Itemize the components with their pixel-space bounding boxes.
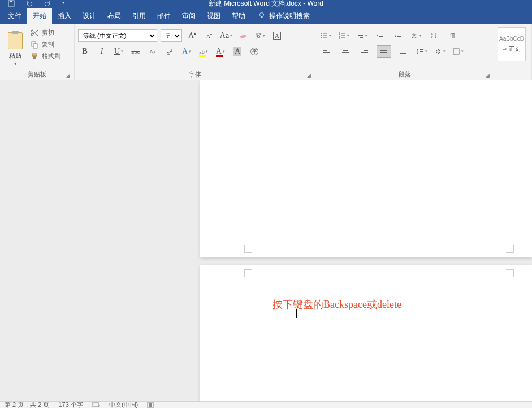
svg-rect-52 — [380, 54, 387, 54]
tab-view[interactable]: 视图 — [201, 8, 226, 24]
cut-button[interactable]: 剪切 — [31, 28, 60, 37]
font-group-label: 字体 — [75, 70, 315, 79]
svg-rect-57 — [420, 51, 423, 52]
align-justify-button[interactable] — [377, 45, 391, 58]
paste-button[interactable]: 粘贴 ▾ — [3, 26, 27, 70]
page-margin-corner — [506, 245, 514, 253]
grow-font-button[interactable]: A▴ — [185, 29, 199, 42]
text-cursor — [296, 309, 297, 318]
pilcrow-icon — [448, 32, 456, 40]
strikethrough-button[interactable]: abc — [129, 45, 142, 58]
bullets-button[interactable] — [319, 29, 332, 42]
svg-rect-7 — [33, 44, 37, 48]
svg-rect-38 — [323, 50, 327, 51]
paragraph-launcher-icon[interactable]: ◢ — [486, 72, 491, 78]
svg-rect-47 — [361, 52, 368, 53]
align-center-icon — [341, 48, 349, 55]
character-shading-button[interactable]: A — [231, 45, 244, 58]
quick-access-toolbar: ▾ — [0, 0, 64, 8]
svg-rect-63 — [149, 403, 152, 407]
change-case-button[interactable]: Aa — [219, 29, 233, 42]
font-name-select[interactable]: 等线 (中文正文) — [78, 29, 157, 42]
svg-point-13 — [321, 35, 322, 36]
qat-customize-icon[interactable]: ▾ — [62, 0, 64, 8]
align-left-button[interactable] — [319, 45, 334, 58]
clipboard-launcher-icon[interactable]: ◢ — [66, 72, 72, 78]
save-icon[interactable] — [8, 0, 15, 8]
word-count[interactable]: 173 个字 — [58, 401, 83, 408]
indent-icon — [394, 32, 402, 40]
character-border-button[interactable]: A — [270, 29, 284, 42]
tab-home[interactable]: 开始 — [27, 8, 52, 24]
text-effects-button[interactable]: A — [180, 45, 193, 58]
bold-button[interactable]: B — [78, 45, 92, 58]
svg-rect-26 — [377, 33, 383, 33]
multilevel-list-button[interactable] — [355, 29, 369, 42]
font-launcher-icon[interactable]: ◢ — [307, 72, 313, 78]
italic-button[interactable]: I — [95, 45, 109, 58]
tab-help[interactable]: 帮助 — [226, 8, 251, 24]
enclose-characters-button[interactable]: 字 — [248, 45, 261, 58]
svg-rect-43 — [342, 52, 349, 53]
shading-button[interactable] — [433, 45, 447, 58]
superscript-button[interactable]: x2 — [163, 45, 176, 58]
svg-rect-48 — [364, 54, 368, 54]
subscript-button[interactable]: x2 — [146, 45, 159, 58]
svg-point-5 — [31, 30, 33, 32]
show-marks-button[interactable] — [446, 29, 459, 42]
shrink-font-button[interactable]: A▾ — [202, 29, 216, 42]
page-info[interactable]: 第 2 页，共 2 页 — [5, 401, 49, 408]
tab-mailings[interactable]: 邮件 — [152, 8, 176, 24]
align-right-button[interactable] — [357, 45, 372, 58]
undo-icon[interactable] — [26, 0, 33, 8]
increase-indent-button[interactable] — [391, 29, 405, 42]
tab-references[interactable]: 引用 — [127, 8, 152, 24]
borders-button[interactable] — [451, 45, 465, 58]
document-area[interactable]: 按下键盘的Backspace或delete — [0, 80, 532, 401]
font-color-button[interactable]: A — [214, 45, 227, 58]
clipboard-group-label: 剪贴板 — [0, 70, 74, 79]
redo-icon[interactable] — [44, 0, 51, 8]
svg-rect-46 — [364, 50, 368, 51]
clear-formatting-button[interactable] — [236, 29, 250, 42]
document-title: 新建 Microsoft Word 文档.docx - Word — [209, 0, 323, 8]
align-center-button[interactable] — [338, 45, 353, 58]
clipboard-icon — [8, 32, 23, 49]
paintbrush-icon — [31, 53, 38, 61]
svg-rect-53 — [400, 49, 406, 49]
tab-design[interactable]: 设计 — [77, 8, 102, 24]
language-indicator[interactable]: 中文(中国) — [109, 401, 138, 408]
style-normal[interactable]: AaBbCcD ↵ 正文 — [498, 27, 526, 61]
tab-layout[interactable]: 布局 — [102, 8, 127, 24]
format-painter-button[interactable]: 格式刷 — [31, 52, 60, 61]
distribute-button[interactable] — [396, 45, 410, 58]
tab-review[interactable]: 审阅 — [176, 8, 201, 24]
line-spacing-button[interactable] — [415, 45, 429, 58]
underline-button[interactable]: U — [112, 45, 126, 58]
decrease-indent-button[interactable] — [373, 29, 387, 42]
page-1[interactable] — [200, 80, 532, 257]
asian-layout-icon: 文 — [410, 32, 418, 40]
asian-layout-button[interactable]: 文 — [409, 29, 423, 42]
numbering-button[interactable]: 123 — [337, 29, 351, 42]
svg-text:文: 文 — [412, 33, 417, 38]
highlight-button[interactable]: ab — [197, 45, 210, 58]
styles-group: AaBbCcD ↵ 正文 — [494, 24, 532, 80]
sort-button[interactable]: AZ — [427, 29, 441, 42]
tell-me-search[interactable]: 操作说明搜索 — [251, 8, 310, 24]
macro-indicator-icon[interactable] — [147, 402, 154, 409]
svg-rect-31 — [397, 35, 401, 35]
spellcheck-icon[interactable] — [92, 402, 100, 409]
clipboard-group: 粘贴 ▾ 剪切 复制 格式刷 剪贴板 ◢ — [0, 24, 75, 80]
phonetic-guide-button[interactable]: 変 — [253, 29, 267, 42]
tab-insert[interactable]: 插入 — [52, 8, 77, 24]
svg-rect-44 — [343, 54, 348, 54]
font-size-select[interactable]: 五号 — [161, 29, 182, 42]
bullets-icon — [320, 32, 328, 40]
copy-button[interactable]: 复制 — [31, 40, 60, 49]
tab-file[interactable]: 文件 — [2, 8, 27, 24]
svg-rect-40 — [323, 54, 327, 54]
paragraph-group: 123 文 AZ 段落 ◢ — [315, 24, 494, 80]
svg-rect-8 — [32, 54, 37, 56]
page-2[interactable]: 按下键盘的Backspace或delete — [200, 265, 532, 401]
